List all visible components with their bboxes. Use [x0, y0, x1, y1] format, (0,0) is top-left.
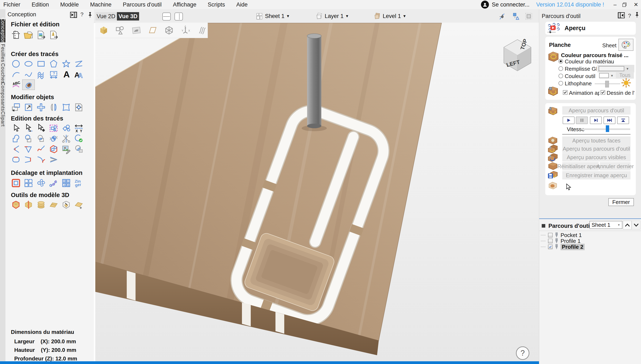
split-vertical-icon[interactable] — [174, 12, 183, 20]
shaded-model-icon[interactable] — [99, 25, 109, 35]
radio-lithophane[interactable] — [558, 81, 563, 86]
pin-icon[interactable] — [88, 12, 93, 18]
global-fill-color-dropdown[interactable]: ▼ — [597, 65, 634, 72]
draw-text-icon[interactable]: A — [60, 69, 73, 80]
open-corner-icon[interactable] — [22, 154, 35, 165]
resize-material-icon[interactable] — [73, 102, 85, 112]
transform-select-icon[interactable] — [35, 123, 47, 134]
preview-all-toolpaths-button[interactable]: Aperçu tous parcours d'outil — [562, 144, 630, 153]
weld-shapes-icon[interactable] — [60, 123, 73, 134]
draw-rectangle-icon[interactable] — [35, 58, 47, 69]
model3d-slices-icon[interactable] — [35, 200, 47, 210]
import-vector-icon[interactable] — [47, 28, 60, 42]
material-color-button[interactable] — [618, 39, 633, 51]
lithophane-slider-handle[interactable] — [605, 81, 609, 88]
join-close-icon[interactable] — [73, 134, 85, 144]
import-image-icon[interactable] — [35, 28, 47, 42]
radio-global-fill[interactable] — [558, 66, 563, 71]
menu-scripts[interactable]: Scripts — [202, 0, 231, 9]
fillet-inside-icon[interactable] — [10, 144, 22, 154]
draw-curve-icon[interactable] — [22, 69, 35, 80]
pause-button[interactable] — [576, 116, 588, 124]
show-wireframe-icon[interactable] — [164, 25, 174, 35]
account-avatar-icon[interactable] — [481, 1, 489, 8]
toolpath-checkbox-checked[interactable] — [548, 244, 553, 249]
split-horizontal-icon[interactable] — [162, 12, 171, 20]
measure-icon[interactable]: XY — [73, 123, 85, 134]
nesting-blocks-icon[interactable]: DCAB — [60, 178, 73, 188]
tab-vue-2d[interactable]: Vue 2D — [96, 12, 116, 20]
model3d-texture-icon[interactable] — [47, 200, 60, 210]
clip-vectors-icon[interactable] — [47, 134, 60, 144]
draw-circle-icon[interactable] — [10, 58, 22, 69]
fast-forward-button[interactable] — [603, 116, 615, 124]
menu-parcours-outil[interactable]: Parcours d'outil — [117, 0, 167, 9]
show-material-icon[interactable] — [148, 25, 158, 35]
side-tab-feuilles[interactable]: Feuilles — [0, 44, 6, 62]
sheet-selector[interactable]: Sheet 1▼ — [256, 12, 290, 20]
view-cube[interactable]: TOP LEFT — [504, 38, 531, 71]
show-axes-icon[interactable]: ZYX — [180, 25, 190, 35]
model3d-split-icon[interactable] — [22, 200, 35, 210]
toolpath-row-profile2[interactable]: Profile 2 — [541, 244, 585, 250]
model3d-add-sheet-icon[interactable] — [73, 200, 85, 210]
menu-fichier[interactable]: Fichier — [0, 0, 26, 9]
draw-arc-icon[interactable] — [10, 69, 22, 80]
draw-dimension-icon[interactable]: ? — [47, 69, 60, 80]
snap-geometry-icon[interactable] — [499, 12, 507, 20]
side-tab-conception[interactable]: Conception — [0, 19, 6, 42]
radio-tool-color[interactable] — [558, 74, 563, 78]
draw-star-icon[interactable] — [60, 58, 73, 69]
snap-grid-icon[interactable] — [525, 12, 533, 20]
tous-button[interactable]: Tous — [616, 72, 634, 79]
draw-freehand-icon[interactable] — [35, 69, 47, 80]
circular-copy-icon[interactable] — [35, 178, 47, 188]
menu-edition[interactable]: Edition — [26, 0, 55, 9]
run-to-end-button[interactable] — [617, 116, 629, 124]
round-corners-icon[interactable] — [10, 154, 22, 165]
viewport-3d[interactable]: TOP LEFT — [95, 22, 539, 364]
zinger-nesting-icon[interactable]: Zinger — [73, 178, 85, 188]
scale-object-icon[interactable] — [22, 102, 35, 112]
preview-toolpath-button[interactable]: Aperçu parcours d'outil — [562, 106, 630, 115]
menu-aide[interactable]: Aide — [231, 0, 253, 9]
text-edit-icon[interactable]: AA — [73, 69, 85, 80]
collapse-panel-icon[interactable] — [618, 12, 625, 18]
open-file-icon[interactable] — [22, 28, 35, 42]
toolpath-checkbox[interactable] — [548, 239, 553, 243]
move-object-icon[interactable] — [10, 102, 22, 112]
close-preview-button[interactable]: Fermer — [608, 198, 634, 206]
close-button[interactable]: ✕ — [632, 2, 640, 8]
text-on-curve-icon[interactable]: ABC — [10, 80, 22, 90]
copy-along-curve-icon[interactable] — [47, 178, 60, 188]
intersect-icon[interactable] — [35, 134, 47, 144]
edit-bitmap-icon[interactable] — [60, 144, 73, 154]
move-down-button[interactable] — [632, 221, 640, 230]
play-button[interactable] — [563, 116, 575, 124]
show-vectors-icon[interactable] — [115, 25, 125, 35]
side-tab-couches[interactable]: Couches — [0, 64, 6, 82]
speed-slider-track[interactable] — [581, 128, 630, 130]
help-icon[interactable]: ? — [628, 12, 631, 19]
radio-material-color[interactable] — [558, 59, 563, 64]
model3d-carve-icon[interactable] — [60, 200, 73, 210]
show-toolpaths-icon[interactable] — [197, 25, 207, 35]
undo-last-button[interactable]: Annuler dernier — [600, 162, 630, 170]
collapse-panel-icon[interactable] — [70, 12, 77, 18]
select-tool-icon[interactable] — [10, 123, 22, 134]
model3d-import-icon[interactable] — [10, 200, 22, 210]
crop-bitmap-icon[interactable] — [73, 144, 85, 154]
pin-icon[interactable] — [634, 12, 639, 18]
align-objects-icon[interactable] — [35, 102, 47, 112]
tool-color-dropdown[interactable]: ▼ — [599, 72, 616, 79]
snap-shapes-icon[interactable] — [512, 12, 520, 20]
toolpath-checkbox[interactable] — [548, 233, 553, 238]
save-preview-image-button[interactable]: Enregistrer image aperçu — [562, 171, 630, 180]
checkbox-animate-preview[interactable] — [563, 90, 567, 95]
trim-icon[interactable] — [60, 134, 73, 144]
offset-vector-icon[interactable] — [47, 144, 60, 154]
toolpath-row-profile1[interactable]: Profile 1 — [541, 238, 580, 244]
minimize-button[interactable]: – — [611, 2, 619, 8]
draw-ellipse-icon[interactable] — [22, 58, 35, 69]
level-selector[interactable]: Level 1▼ — [373, 12, 406, 20]
